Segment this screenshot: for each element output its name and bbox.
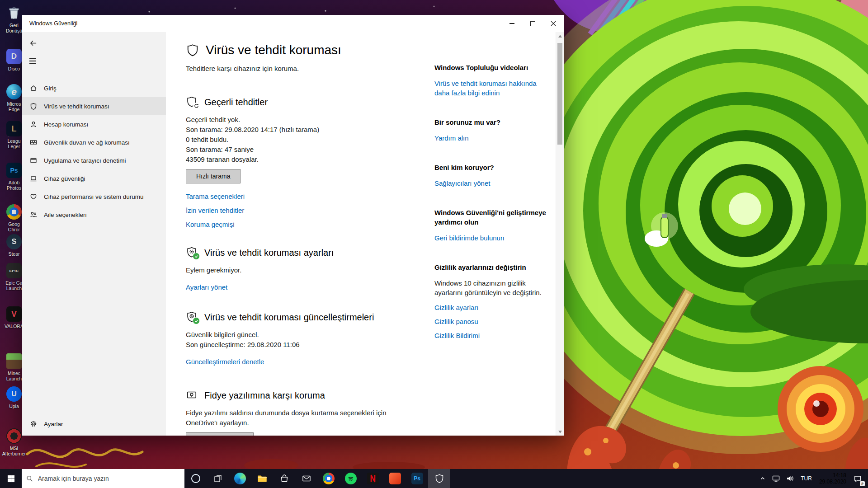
spotify-icon	[345, 473, 357, 484]
taskbar-icon-netflix[interactable]	[362, 469, 384, 488]
settings-status: Eylem gerekmiyor.	[186, 265, 398, 275]
sidebar-item-app-browser-control[interactable]: Uygulama ve tarayıcı denetimi	[22, 151, 166, 169]
privacy-dashboard-link[interactable]: Gizlilik panosu	[434, 317, 547, 326]
taskbar-icon-task-view[interactable]	[207, 469, 229, 488]
get-help-link[interactable]: Yardım alın	[434, 133, 547, 143]
privacy-statement-link[interactable]: Gizlilik Bildirimi	[434, 331, 547, 340]
main-panel: Virüs ve tehdit koruması Tehditlere karş…	[166, 32, 564, 436]
files-scanned: 43509 taranan dosyalar.	[186, 155, 398, 164]
aside-who-protects: Beni kim koruyor? Sağlayıcıları yönet	[434, 163, 547, 188]
aside-heading: Bir sorunuz mu var?	[434, 117, 547, 127]
ransomware-section: Fidye yazılımına karşı koruma Fidye yazı…	[186, 389, 398, 436]
scroll-up-arrow[interactable]	[556, 32, 564, 40]
windows-security-shield-icon	[434, 474, 444, 483]
action-center-button[interactable]: 2	[850, 469, 865, 488]
close-icon	[551, 21, 556, 26]
taskbar-icon-chrome[interactable]	[317, 469, 340, 488]
check-updates-link[interactable]: Güncelleştirmeleri denetle	[186, 357, 398, 366]
app-browser-icon	[29, 157, 38, 164]
aside-question: Bir sorunuz mu var? Yardım alın	[434, 117, 547, 143]
taskbar-icon-store[interactable]	[273, 469, 295, 488]
edge-icon	[234, 473, 246, 484]
sidebar-item-label: Virüs ve tehdit koruması	[44, 103, 109, 110]
sidebar-item-home[interactable]: Giriş	[22, 79, 166, 97]
window-title: Windows Güvenliği	[29, 20, 77, 27]
privacy-settings-link[interactable]: Gizlilik ayarları	[434, 303, 547, 312]
sidebar-item-device-security[interactable]: Cihaz güvenliği	[22, 169, 166, 188]
taskbar-icon-edge[interactable]	[229, 469, 251, 488]
page-title: Virüs ve tehdit koruması	[186, 43, 398, 57]
show-desktop-button[interactable]	[865, 469, 868, 488]
sidebar: Giriş Virüs ve tehdit koruması Hesap kor…	[22, 32, 166, 436]
manage-providers-link[interactable]: Sağlayıcıları yönet	[434, 178, 547, 188]
close-button[interactable]	[543, 15, 564, 32]
epic-games-icon: EPIC	[6, 263, 22, 278]
taskbar-icon-app-blue[interactable]: Ps	[406, 469, 428, 488]
manage-settings-link[interactable]: Ayarları yönet	[186, 282, 398, 292]
sidebar-item-account-protection[interactable]: Hesap koruması	[22, 115, 166, 133]
tray-network[interactable]	[769, 469, 783, 488]
quick-scan-button[interactable]: Hızlı tarama	[186, 169, 241, 183]
netflix-icon	[367, 473, 379, 484]
minimize-button[interactable]	[501, 15, 522, 32]
volume-icon	[786, 475, 794, 482]
last-scan-info: Son tarama: 29.08.2020 14:17 (hızlı tara…	[186, 125, 398, 135]
threats-found: 0 tehdit buldu.	[186, 135, 398, 145]
privacy-description: Windows 10 cihazınızın gizlilik ayarları…	[434, 278, 547, 297]
menu-button[interactable]	[27, 56, 39, 66]
scroll-down-arrow[interactable]	[556, 428, 564, 436]
protection-updates-section: Virüs ve tehdit koruması güncelleştirmel…	[186, 311, 398, 366]
sidebar-item-label: Uygulama ve tarayıcı denetimi	[44, 157, 126, 164]
taskbar-icon-file-explorer[interactable]	[251, 469, 273, 488]
folder-icon	[256, 473, 268, 484]
search-input[interactable]	[37, 474, 180, 483]
give-feedback-link[interactable]: Geri bildirimde bulunun	[434, 233, 547, 243]
photoshop-icon: Ps	[6, 163, 22, 178]
section-heading: Fidye yazılımına karşı koruma	[186, 389, 398, 402]
maximize-button[interactable]	[522, 15, 543, 32]
allowed-threats-link[interactable]: İzin verilen tehditler	[186, 206, 398, 215]
tray-language[interactable]: TUR	[797, 469, 815, 488]
tray-clock[interactable]: 14:18 29.08.2020	[815, 472, 850, 485]
learn-more-link[interactable]: Virüs ve tehdit koruması hakkında daha f…	[434, 79, 547, 98]
network-icon	[772, 475, 780, 482]
family-icon	[29, 211, 38, 218]
taskbar-icon-windows-security[interactable]	[428, 469, 450, 488]
protection-history-link[interactable]: Koruma geçmişi	[186, 220, 398, 229]
scrollbar-thumb[interactable]	[557, 43, 562, 145]
tray-volume[interactable]	[783, 469, 797, 488]
tray-chevron[interactable]	[756, 469, 769, 488]
sidebar-item-label: Aile seçenekleri	[44, 211, 87, 218]
chrome-icon	[6, 204, 22, 220]
chrome-icon	[323, 473, 335, 484]
minecraft-icon	[6, 353, 22, 369]
scan-options-link[interactable]: Tarama seçenekleri	[186, 192, 398, 201]
window-titlebar[interactable]: Windows Güvenliği	[22, 15, 564, 32]
ransomware-icon	[186, 389, 198, 402]
shield-icon	[29, 103, 38, 110]
sidebar-item-label: Cihaz güvenliği	[44, 175, 85, 182]
taskbar-icon-mail[interactable]	[295, 469, 317, 488]
taskbar-icon-app-red[interactable]	[384, 469, 406, 488]
desktop: Geri Dönüşü D Disco e Micros Edge L Leag…	[0, 0, 868, 488]
start-button[interactable]	[0, 469, 22, 488]
taskbar-search[interactable]	[22, 469, 184, 488]
scan-duration: Son tarama: 47 saniye	[186, 145, 398, 155]
sidebar-item-virus-threat-protection[interactable]: Virüs ve tehdit koruması	[22, 97, 166, 115]
blue-app-icon: Ps	[411, 473, 423, 484]
scan-shield-icon	[186, 96, 198, 108]
sidebar-item-device-performance[interactable]: Cihaz performansı ve sistem durumu	[22, 188, 166, 206]
sidebar-item-family-options[interactable]: Aile seçenekleri	[22, 206, 166, 224]
sidebar-item-settings[interactable]: Ayarlar	[22, 415, 166, 433]
update-shield-icon	[186, 311, 198, 324]
threat-status: Geçerli tehdit yok.	[186, 115, 398, 125]
setup-onedrive-button[interactable]	[186, 432, 254, 436]
sidebar-item-firewall-network[interactable]: Güvenlik duvarı ve ağ koruması	[22, 133, 166, 151]
sidebar-item-label: Hesap koruması	[44, 121, 88, 128]
taskbar-icon-cortana[interactable]	[184, 469, 207, 488]
desktop-icon-label: MSI Afterburner	[2, 446, 26, 456]
taskbar-icon-spotify[interactable]	[340, 469, 362, 488]
scrollbar[interactable]	[556, 32, 564, 436]
check-badge-icon	[193, 253, 200, 260]
back-button[interactable]	[27, 37, 40, 51]
